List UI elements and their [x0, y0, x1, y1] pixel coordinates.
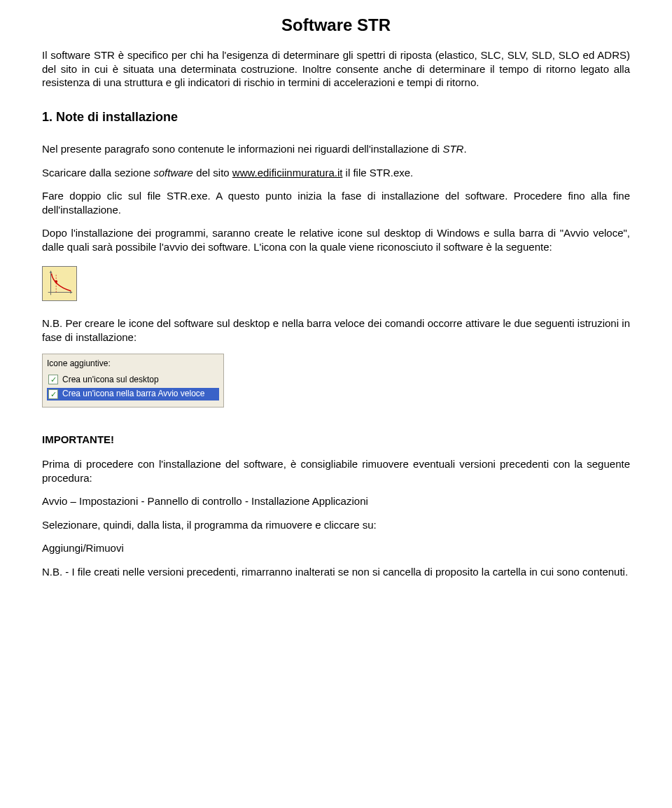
- checkbox-row-quicklaunch[interactable]: ✓ Crea un'icona nella barra Avvio veloce: [47, 388, 219, 400]
- important-paragraph-2: Selezionare, quindi, dalla lista, il pro…: [42, 518, 630, 532]
- install-paragraph-5: N.B. Per creare le icone del software su…: [42, 316, 630, 344]
- checkbox-icon[interactable]: ✓: [48, 389, 58, 399]
- add-remove-label: Aggiungi/Rimuovi: [42, 541, 630, 555]
- install-paragraph-1: Nel presente paragrafo sono contenute le…: [42, 142, 630, 156]
- software-name: STR: [442, 143, 463, 155]
- important-heading: IMPORTANTE!: [42, 433, 630, 447]
- svg-point-3: [55, 280, 57, 283]
- text: il file STR.exe.: [342, 167, 413, 179]
- installer-options-panel: Icone aggiuntive: ✓ Crea un'icona sul de…: [42, 354, 224, 408]
- text: del sito: [193, 167, 232, 179]
- chart-icon: [43, 267, 76, 300]
- intro-paragraph: Il software STR è specifico per chi ha l…: [42, 48, 630, 90]
- text-italic: software: [153, 167, 193, 179]
- install-paragraph-2: Scaricare dalla sezione software del sit…: [42, 166, 630, 180]
- section-heading: 1. Note di installazione: [42, 109, 630, 125]
- text: Nel presente paragrafo sono contenute le…: [42, 143, 442, 155]
- page-title: Software STR: [42, 14, 630, 36]
- site-link: www.edificiinmuratura.it: [232, 167, 343, 179]
- software-icon: [42, 266, 77, 301]
- checkbox-label: Crea un'icona nella barra Avvio veloce: [62, 389, 205, 400]
- uninstall-path: Avvio – Impostazioni - Pannello di contr…: [42, 494, 630, 508]
- install-paragraph-4: Dopo l'installazione dei programmi, sara…: [42, 226, 630, 253]
- checkbox-label: Crea un'icona sul desktop: [62, 375, 159, 386]
- important-paragraph-1: Prima di procedere con l'installazione d…: [42, 457, 630, 485]
- text: .: [463, 143, 466, 155]
- checkbox-icon[interactable]: ✓: [48, 375, 58, 384]
- checkbox-row-desktop[interactable]: ✓ Crea un'icona sul desktop: [47, 374, 219, 386]
- installer-label: Icone aggiuntive:: [47, 358, 219, 370]
- install-paragraph-3: Fare doppio clic sul file STR.exe. A que…: [42, 189, 630, 216]
- text: Scaricare dalla sezione: [42, 167, 153, 179]
- note-paragraph: N.B. - I file creati nelle versioni prec…: [42, 565, 630, 579]
